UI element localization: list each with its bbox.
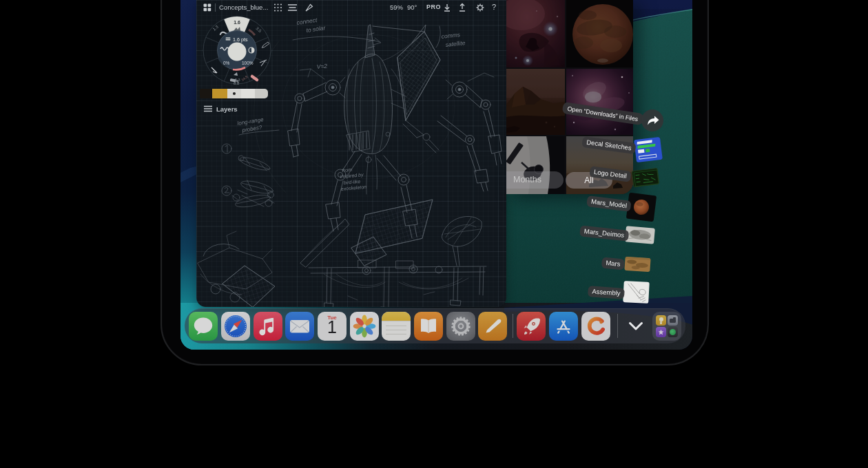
svg-text:100%: 100% bbox=[242, 61, 254, 65]
svg-text:from: from bbox=[342, 167, 352, 173]
svg-text:bird-like: bird-like bbox=[343, 179, 360, 185]
svg-text:exoskeleton: exoskeleton bbox=[340, 184, 366, 191]
svg-text:V=2: V=2 bbox=[316, 63, 327, 70]
svg-text:to solar: to solar bbox=[306, 24, 327, 34]
svg-text:connect: connect bbox=[296, 17, 318, 26]
svg-text:satellite: satellite bbox=[445, 39, 466, 48]
svg-text:1.6: 1.6 bbox=[234, 20, 240, 25]
svg-text:probes?: probes? bbox=[241, 124, 262, 134]
svg-text:comms: comms bbox=[441, 31, 461, 40]
svg-text:1.6 pts: 1.6 pts bbox=[233, 36, 248, 43]
svg-text:5.3: 5.3 bbox=[235, 78, 240, 82]
svg-text:0%: 0% bbox=[223, 61, 230, 65]
